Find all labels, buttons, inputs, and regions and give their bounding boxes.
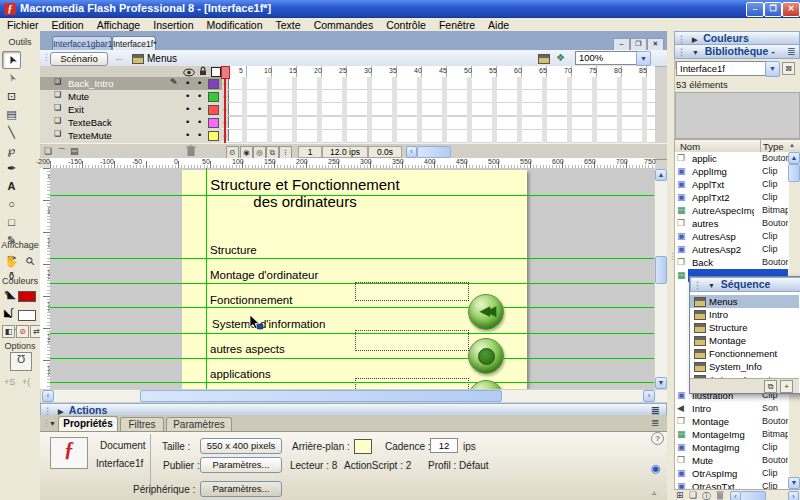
library-item-montagimg[interactable]: ▣MontagImgClip	[674, 441, 788, 454]
layer-visible-dot[interactable]: •	[186, 103, 189, 114]
oval-tool[interactable]: ○	[2, 195, 21, 213]
scroll-right-button[interactable]: ›	[643, 390, 655, 402]
library-item-back[interactable]: ❐BackBouton	[674, 256, 788, 269]
scroll-up-button[interactable]: ▲	[655, 169, 667, 181]
horizontal-guide[interactable]	[50, 307, 654, 308]
library-panel-bar[interactable]: ⋮ ▼ Bibliothèque - Interface1f ≣	[674, 44, 800, 59]
library-document-select[interactable]: Interface1f	[676, 61, 769, 76]
insert-folder-button[interactable]: ▤	[70, 146, 79, 156]
snap-magnet-button[interactable]: Ω	[10, 352, 32, 371]
library-hscroll-right[interactable]: ›	[788, 491, 799, 500]
straighten-option[interactable]: +(	[22, 377, 30, 387]
library-item-montageimg[interactable]: ▦MontageImgBitmap	[674, 428, 788, 441]
tab-filtres[interactable]: Filtres	[120, 417, 164, 432]
layer-row-back-intro[interactable]: ❏ Back_Intro ✎ • •	[40, 77, 222, 91]
horizontal-guide[interactable]	[50, 358, 654, 359]
library-scroll-thumb[interactable]	[788, 164, 800, 182]
fill-color-swatch[interactable]	[18, 310, 36, 321]
layer-lock-dot[interactable]: •	[198, 77, 201, 88]
stage-menu-autres[interactable]: autres aspects	[210, 343, 285, 355]
menu-texte[interactable]: Texte	[276, 19, 301, 31]
tab-interface1f[interactable]: Interface1f*	[112, 36, 156, 51]
subselection-tool[interactable]: ➢	[2, 69, 21, 87]
frames-grid[interactable]	[222, 77, 655, 143]
menu-fenetre[interactable]: Fenêtre	[439, 19, 475, 31]
tab-parametres[interactable]: Paramètres	[166, 417, 232, 432]
layer-row-texteback[interactable]: ❏ TexteBack • •	[40, 116, 222, 130]
menu-modification[interactable]: Modification	[207, 19, 263, 31]
text-tool[interactable]: A	[2, 177, 21, 195]
scenario-button[interactable]: Scénario	[50, 52, 108, 66]
stage-menu-montage[interactable]: Montage d'ordinateur	[210, 269, 318, 281]
timeline-scroll-thumb[interactable]	[417, 146, 451, 158]
playhead[interactable]	[221, 66, 230, 79]
library-panel-menu-icon[interactable]: ≣	[787, 45, 796, 57]
library-pin-button[interactable]: ⊠	[782, 62, 795, 75]
library-item-appltxt2[interactable]: ▣ApplTxt2Clip	[674, 191, 788, 204]
sequence-panel-header[interactable]: ⋮ ▼ Séquence	[690, 277, 800, 292]
hand-tool[interactable]: ✋	[2, 252, 21, 270]
layer-visible-dot[interactable]: •	[186, 116, 189, 127]
zoom-level-field[interactable]: 100%	[575, 51, 638, 65]
vertical-scroll-thumb[interactable]	[655, 256, 667, 284]
collapse-properties-icon[interactable]: ▵	[652, 488, 656, 497]
menu-affichage[interactable]: Affichage	[97, 19, 141, 31]
frame-rate-value[interactable]: 12.0 ips	[322, 146, 368, 158]
layer-lock-dot[interactable]: •	[198, 129, 201, 140]
scene-fonctionnement[interactable]: Fonctionnement	[690, 347, 799, 360]
layer-lock-dot[interactable]: •	[198, 90, 201, 101]
menu-edition[interactable]: Edition	[52, 19, 84, 31]
lasso-tool[interactable]: ℘	[2, 141, 21, 159]
edit-document-icon[interactable]: ◉	[651, 462, 661, 475]
add-scene-button[interactable]: +	[780, 380, 793, 393]
restore-button[interactable]: ❐	[764, 2, 782, 17]
sequence-expanded-arrow-icon[interactable]: ▼	[708, 282, 715, 289]
layer-outline-swatch[interactable]	[208, 131, 219, 141]
layer-outline-swatch[interactable]	[208, 79, 219, 89]
delete-layer-button[interactable]	[186, 145, 196, 159]
pen-tool[interactable]: ✒	[2, 159, 21, 177]
properties-expanded-arrow-icon[interactable]: ▼	[49, 420, 56, 427]
couleurs-collapsed-arrow-icon[interactable]: ▶	[692, 36, 697, 43]
menu-aide[interactable]: Aide	[488, 19, 509, 31]
scene-system-info[interactable]: System_Info	[690, 360, 799, 373]
horizontal-guide[interactable]	[50, 382, 654, 383]
layer-row-mute[interactable]: ❏ Mute • •	[40, 90, 222, 104]
close-button[interactable]: ✕	[782, 2, 800, 17]
layer-visible-dot[interactable]: •	[186, 129, 189, 140]
layer-lock-dot[interactable]: •	[198, 103, 201, 114]
library-item-appltxt[interactable]: ▣ApplTxtClip	[674, 178, 788, 191]
column-divider[interactable]	[760, 140, 761, 152]
scene-structure[interactable]: Structure	[690, 321, 799, 334]
library-item-autresasp2[interactable]: ▣AutresAsp2Clip	[674, 243, 788, 256]
column-header-type[interactable]: Type	[763, 141, 784, 152]
library-scroll-down[interactable]: ▼	[788, 477, 800, 489]
layer-visible-dot[interactable]: •	[186, 90, 189, 101]
selection-tool[interactable]: ➤	[2, 51, 21, 69]
free-transform-tool[interactable]: ⊡	[2, 87, 21, 105]
line-tool[interactable]: ╲	[2, 123, 21, 141]
rewind-button[interactable]: ◀◀	[468, 294, 504, 330]
library-item-autresasp[interactable]: ▣AutresAspClip	[674, 230, 788, 243]
couleurs-panel-bar[interactable]: ⋮ ▶ Couleurs	[674, 31, 800, 45]
black-white-button[interactable]: ◧	[2, 325, 15, 338]
zoom-tool[interactable]: ⚲	[21, 252, 40, 270]
stage-menu-structure[interactable]: Structure	[210, 244, 257, 256]
scroll-left-button[interactable]: ‹	[42, 390, 54, 402]
menu-fichier[interactable]: Fichier	[7, 19, 39, 31]
background-color-swatch[interactable]	[354, 439, 372, 454]
device-settings-button[interactable]: Paramètres...	[200, 481, 282, 497]
stage-menu-applications[interactable]: applications	[210, 368, 271, 380]
layer-row-exit[interactable]: ❏ Exit • •	[40, 103, 222, 117]
new-symbol-button[interactable]: ⊞	[676, 490, 684, 500]
size-button[interactable]: 550 x 400 pixels	[200, 438, 282, 454]
horizontal-scroll-thumb[interactable]	[140, 390, 502, 402]
stage-title-text[interactable]: Structure et Fonctionnement des ordinate…	[180, 176, 430, 210]
tab-proprietes[interactable]: Propriétés	[58, 416, 118, 432]
library-hscroll-thumb[interactable]	[740, 491, 766, 500]
dynamic-text-box[interactable]	[355, 282, 469, 301]
insert-layer-button[interactable]: ❏	[44, 146, 52, 156]
minimize-button[interactable]: –	[746, 2, 764, 17]
rectangle-tool[interactable]: □	[2, 213, 21, 231]
horizontal-guide[interactable]	[50, 283, 654, 284]
